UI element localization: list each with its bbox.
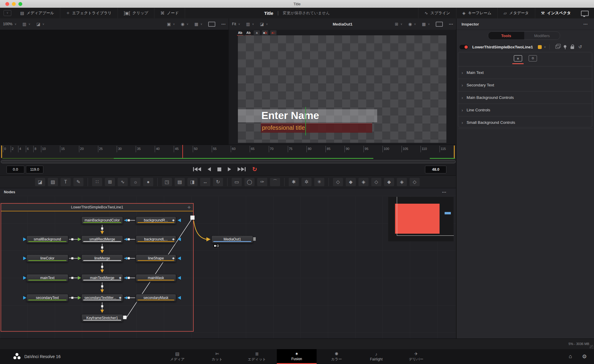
toolbar-spline-button[interactable]: ∿スプライン [418, 8, 456, 18]
text-style-button-3[interactable]: ab [262, 30, 268, 35]
inspector-options-button[interactable]: ••• [583, 22, 588, 26]
timeline-ruler[interactable]: 0246810152025303540455055606570758085909… [0, 145, 456, 160]
hue-curves-tool-icon[interactable]: ∿ [118, 178, 128, 186]
move-handle-icon[interactable]: ✛ [187, 205, 191, 210]
toolbar-clips-button[interactable]: ]▣[クリップ [118, 8, 154, 18]
imageplane3d-tool-icon[interactable]: ◇ [333, 178, 343, 186]
home-button[interactable]: ⌂ [569, 353, 572, 360]
fit-dropdown[interactable]: Fit ∨ [229, 22, 243, 26]
timeline-scrollbar[interactable] [1, 160, 456, 163]
subtab-settings-icon[interactable]: ⚙ [529, 55, 537, 61]
settings-button[interactable]: ⚙ [582, 353, 587, 360]
toolbar-metadata-button[interactable]: ▱メタデータ [497, 8, 535, 18]
current-frame-input[interactable]: 48.0 [425, 166, 446, 173]
section-small-background-controls[interactable]: ›Small Background Controls [458, 116, 593, 129]
fastnoise-tool-icon[interactable]: ▨ [48, 178, 58, 186]
minimize-window-icon[interactable] [12, 2, 16, 6]
color-curves-tool-icon[interactable]: ⊞ [105, 178, 115, 186]
text-style-button-0[interactable]: Ab [237, 30, 243, 36]
toolbar-nodes-button[interactable]: ⌘ノード [154, 8, 185, 18]
interface-toggle-dropdown[interactable]: ∨ [4, 10, 11, 16]
checker-underlay-dropdown[interactable]: ▦ ∨ [192, 22, 206, 26]
lower-third-secondary-text[interactable]: professional title [262, 124, 305, 131]
polygon-mask-tool-icon[interactable]: ✑ [257, 178, 267, 186]
roi-dropdown[interactable]: ⊞ ∨ [392, 22, 405, 26]
section-secondary-text[interactable]: ›Secondary Text [458, 79, 593, 91]
node-secondaryMask[interactable]: secondaryMask [136, 294, 176, 302]
node-KeyframeStretcher1[interactable]: KeyframeStretcher1 [81, 314, 123, 322]
node-preview-thumbnail[interactable] [388, 197, 454, 241]
pin-icon[interactable] [564, 45, 566, 48]
toolbar-effects-library-button[interactable]: ✧エフェクトライブラリ [60, 8, 118, 18]
loop-button[interactable]: ↻ [252, 166, 257, 172]
resize-grip[interactable] [590, 345, 593, 349]
pmerge-tool-icon[interactable]: ✲ [301, 178, 312, 186]
node-MediaOut1[interactable]: MediaOut1 [211, 235, 253, 243]
clean-feed-icon[interactable] [581, 11, 589, 16]
node-mainTextMerge[interactable]: mainTextMerge◈ [81, 274, 123, 282]
color-controls-dropdown[interactable]: ◉ ∨ [178, 22, 192, 26]
goto-start-button[interactable] [193, 167, 201, 171]
nodes-panel-options-button[interactable]: ••• [442, 190, 446, 194]
split-view-dropdown[interactable]: ▥ ∨ [243, 22, 257, 26]
node-smallRectMerge[interactable]: smallRectMerge [81, 235, 123, 243]
paint-tool-icon[interactable]: ✎ [73, 178, 83, 186]
tab-tools[interactable]: Tools [488, 32, 524, 39]
merge3d-tool-icon[interactable]: ◇ [371, 178, 381, 186]
toolbar-inspector-button[interactable]: ⚒インスペクタ [535, 8, 577, 18]
section-line-controls[interactable]: ›Line Controls [458, 104, 593, 116]
node-mainBackgroundColor[interactable]: mainBackgroundColor [81, 216, 123, 224]
copy-settings-icon[interactable] [555, 45, 560, 49]
page-tab-Fusion[interactable]: ✶Fusion [277, 349, 317, 364]
toolbar-keyframes-button[interactable]: ◈キーフレーム [456, 8, 497, 18]
page-tab-デリバー[interactable]: ✈デリバー [396, 349, 436, 364]
node-secondaryText[interactable]: secondaryText [26, 294, 68, 302]
crop-tool-icon[interactable]: ↻ [213, 178, 223, 186]
right-viewer-options-button[interactable]: ••• [446, 22, 456, 26]
toolbar-media-pool-button[interactable]: ▤メディアプール [14, 8, 60, 18]
page-tab-カット[interactable]: ✄カット [197, 349, 237, 364]
render-range-start-marker[interactable] [1, 145, 2, 158]
frame-format-button[interactable] [433, 22, 446, 27]
merge-tool-icon[interactable]: ◨ [187, 178, 198, 186]
prender-tool-icon[interactable]: ✳ [314, 178, 324, 186]
playhead[interactable] [182, 145, 183, 158]
page-tab-メディア[interactable]: ▤メディア [157, 349, 197, 364]
color-controls-dropdown[interactable]: ◉ ∨ [405, 22, 419, 26]
left-viewer[interactable] [0, 30, 229, 145]
frame-format-button[interactable] [205, 22, 218, 27]
node-mainMask[interactable]: mainMask [136, 274, 176, 282]
rectangle-mask-tool-icon[interactable]: ▭ [232, 178, 242, 186]
pemitter-tool-icon[interactable]: ✱ [289, 178, 299, 186]
section-main-text[interactable]: ›Main Text [458, 66, 593, 79]
camera3d-tool-icon[interactable]: ◆ [384, 178, 394, 186]
viewer-canvas-transparency-checkerboard[interactable]: Enter Name professional title [238, 35, 446, 143]
subview-dropdown[interactable]: ◪ ∨ [257, 22, 271, 26]
goto-end-button[interactable] [238, 167, 246, 171]
play-reverse-button[interactable] [208, 167, 211, 171]
split-view-dropdown[interactable]: ▥ ∨ [20, 22, 34, 26]
renderer3d-tool-icon[interactable]: ◇ [410, 178, 420, 186]
color-corrector-tool-icon[interactable]: ∷ [92, 178, 102, 186]
lower-third-main-text[interactable]: Enter Name [261, 110, 319, 121]
text-plus-tool-icon[interactable]: T [61, 178, 71, 186]
text3d-tool-icon[interactable]: ◈ [358, 178, 369, 186]
node-backgroundR[interactable]: backgroundR...◈ [136, 216, 176, 224]
node-secondaryTextMerge[interactable]: secondaryTextMer...◈ [81, 294, 123, 302]
subview-dropdown[interactable]: ◪ ∨ [33, 22, 47, 26]
background-tool-icon[interactable]: ◪ [35, 178, 45, 186]
node-enable-toggle[interactable] [459, 45, 468, 49]
bspline-mask-tool-icon[interactable]: ⌒ [270, 178, 280, 186]
tab-modifiers[interactable]: Modifiers [524, 32, 560, 39]
left-viewer-options-button[interactable]: ••• [218, 22, 229, 26]
ellipse-mask-tool-icon[interactable]: ◯ [244, 178, 255, 186]
text-style-button-1[interactable]: Ab [245, 30, 252, 36]
brightness-contrast-tool-icon[interactable]: ☼ [130, 178, 140, 186]
play-button[interactable] [228, 167, 231, 171]
macro-title-bar[interactable]: LowerThirdSimpleBoxTwoLine1 ✛ [1, 204, 193, 211]
shape3d-tool-icon[interactable]: ◆ [346, 178, 356, 186]
node-lineShape[interactable]: lineShape◈ [136, 254, 176, 262]
roi-dropdown[interactable]: ▣ ∨ [164, 22, 178, 26]
transform-tool-icon[interactable]: ◳ [162, 178, 172, 186]
range-end-input[interactable]: 119.0 [26, 166, 43, 173]
